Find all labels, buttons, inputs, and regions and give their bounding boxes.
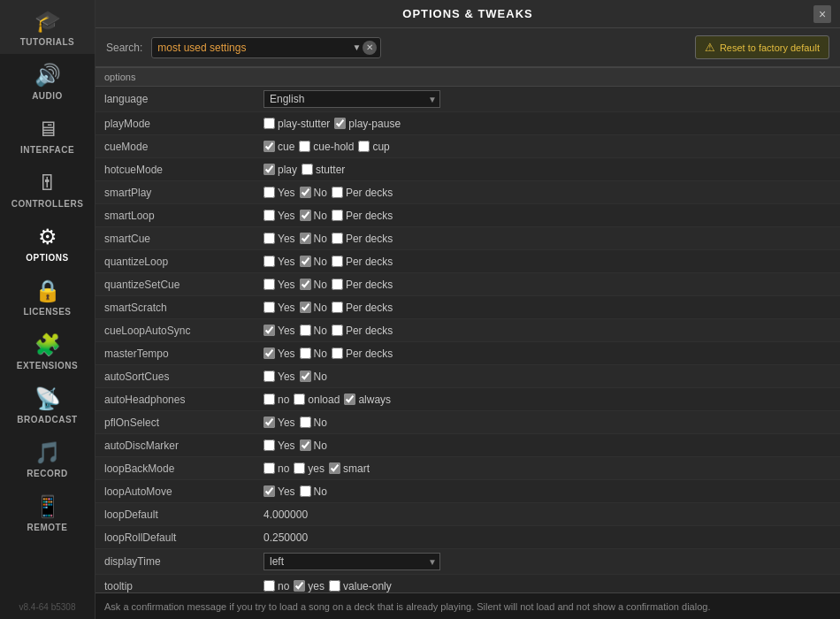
checkbox-autoHeadphones-1[interactable] [294, 394, 305, 405]
checkbox-loopBackMode-0[interactable] [263, 462, 275, 474]
checkbox-tooltip-1[interactable] [294, 580, 305, 592]
checkbox-label-pflOnSelect-0[interactable]: Yes [263, 416, 295, 429]
checkbox-cueMode-1[interactable] [299, 141, 310, 152]
checkbox-smartPlay-0[interactable] [263, 187, 275, 198]
sidebar-item-controllers[interactable]: 🎚 CONTROLLERS [0, 162, 95, 216]
checkbox-label-cueMode-1[interactable]: cue-hold [299, 141, 354, 153]
checkbox-playMode-1[interactable] [334, 118, 346, 129]
checkbox-smartLoop-1[interactable] [300, 210, 311, 221]
checkbox-quantizeLoop-2[interactable] [332, 256, 343, 267]
sidebar-item-interface[interactable]: 🖥 INTERFACE [0, 108, 95, 162]
checkbox-label-smartLoop-0[interactable]: Yes [263, 210, 295, 222]
close-button[interactable]: × [813, 5, 831, 23]
checkbox-label-autoSortCues-0[interactable]: Yes [263, 371, 295, 383]
checkbox-smartLoop-0[interactable] [263, 210, 275, 221]
checkbox-label-loopBackMode-0[interactable]: no [263, 462, 289, 475]
checkbox-cueMode-0[interactable] [263, 141, 275, 152]
sidebar-item-extensions[interactable]: 🧩 EXTENSIONS [0, 324, 95, 378]
checkbox-label-tooltip-1[interactable]: yes [294, 580, 325, 592]
checkbox-quantizeLoop-0[interactable] [263, 256, 275, 267]
checkbox-loopAutoMove-0[interactable] [263, 485, 275, 497]
checkbox-label-smartCue-1[interactable]: No [300, 233, 327, 245]
sidebar-item-broadcast[interactable]: 📡 BROADCAST [0, 378, 95, 432]
checkbox-label-loopAutoMove-1[interactable]: No [300, 485, 327, 498]
checkbox-smartCue-1[interactable] [300, 233, 311, 244]
checkbox-label-smartLoop-1[interactable]: No [300, 210, 327, 222]
checkbox-autoSortCues-0[interactable] [263, 371, 275, 382]
checkbox-hotcueMode-1[interactable] [302, 164, 313, 175]
checkbox-autoHeadphones-0[interactable] [263, 394, 275, 405]
checkbox-label-masterTempo-0[interactable]: Yes [263, 348, 295, 360]
sidebar-item-licenses[interactable]: 🔒 LICENSES [0, 270, 95, 324]
checkbox-label-quantizeLoop-1[interactable]: No [300, 256, 327, 268]
checkbox-smartScratch-0[interactable] [263, 302, 275, 313]
checkbox-label-masterTempo-2[interactable]: Per decks [332, 348, 393, 360]
select-displayTime[interactable]: leftrightcenter [263, 553, 440, 570]
checkbox-masterTempo-1[interactable] [300, 348, 311, 359]
checkbox-label-playMode-1[interactable]: play-pause [334, 118, 401, 130]
checkbox-label-smartCue-2[interactable]: Per decks [332, 233, 393, 245]
checkbox-label-cueLoopAutoSync-1[interactable]: No [300, 325, 327, 337]
checkbox-smartScratch-1[interactable] [300, 302, 311, 313]
search-dropdown-button[interactable]: ▼ [350, 42, 363, 52]
checkbox-label-quantizeLoop-2[interactable]: Per decks [332, 256, 393, 268]
checkbox-label-autoHeadphones-1[interactable]: onload [294, 394, 340, 406]
checkbox-label-smartScratch-1[interactable]: No [300, 302, 327, 314]
checkbox-autoHeadphones-2[interactable] [344, 394, 355, 405]
checkbox-label-smartScratch-0[interactable]: Yes [263, 302, 295, 314]
checkbox-autoDiscMarker-0[interactable] [263, 439, 275, 451]
checkbox-smartCue-0[interactable] [263, 233, 275, 244]
select-language[interactable]: EnglishFrenchGermanSpanish [263, 90, 440, 108]
checkbox-quantizeSetCue-1[interactable] [300, 279, 311, 290]
checkbox-label-hotcueMode-1[interactable]: stutter [302, 164, 345, 176]
reset-factory-button[interactable]: ⚠ Reset to factory default [695, 35, 829, 59]
checkbox-label-hotcueMode-0[interactable]: play [263, 164, 297, 176]
checkbox-label-cueMode-0[interactable]: cue [263, 141, 294, 153]
checkbox-label-tooltip-2[interactable]: value-only [329, 580, 392, 592]
checkbox-loopBackMode-2[interactable] [329, 462, 340, 474]
checkbox-label-quantizeLoop-0[interactable]: Yes [263, 256, 295, 268]
checkbox-label-cueLoopAutoSync-2[interactable]: Per decks [332, 325, 393, 337]
sidebar-item-tutorials[interactable]: 🎓 TUTORIALS [0, 0, 95, 54]
checkbox-tooltip-2[interactable] [329, 580, 340, 592]
checkbox-label-quantizeSetCue-0[interactable]: Yes [263, 279, 295, 291]
checkbox-label-tooltip-0[interactable]: no [263, 580, 289, 592]
checkbox-label-cueLoopAutoSync-0[interactable]: Yes [263, 325, 295, 337]
checkbox-label-autoSortCues-1[interactable]: No [300, 371, 327, 383]
checkbox-label-quantizeSetCue-2[interactable]: Per decks [332, 279, 393, 291]
checkbox-quantizeSetCue-2[interactable] [332, 279, 343, 290]
checkbox-label-pflOnSelect-1[interactable]: No [300, 416, 327, 429]
checkbox-smartPlay-1[interactable] [300, 187, 311, 198]
checkbox-cueLoopAutoSync-0[interactable] [263, 325, 275, 336]
search-input[interactable] [156, 40, 350, 56]
checkbox-masterTempo-0[interactable] [263, 348, 275, 359]
checkbox-smartLoop-2[interactable] [332, 210, 343, 221]
sidebar-item-remote[interactable]: 📱 REMOTE [0, 485, 95, 539]
checkbox-label-autoDiscMarker-1[interactable]: No [300, 439, 327, 452]
checkbox-label-loopBackMode-1[interactable]: yes [294, 462, 325, 475]
checkbox-label-loopAutoMove-0[interactable]: Yes [263, 485, 295, 498]
sidebar-item-record[interactable]: 🎵 RECORD [0, 432, 95, 485]
checkbox-masterTempo-2[interactable] [332, 348, 343, 359]
checkbox-label-autoDiscMarker-0[interactable]: Yes [263, 439, 295, 452]
checkbox-hotcueMode-0[interactable] [263, 164, 275, 175]
checkbox-label-smartScratch-2[interactable]: Per decks [332, 302, 393, 314]
checkbox-smartCue-2[interactable] [332, 233, 343, 244]
checkbox-label-autoHeadphones-0[interactable]: no [263, 394, 289, 406]
checkbox-label-smartPlay-2[interactable]: Per decks [332, 187, 393, 199]
checkbox-label-smartLoop-2[interactable]: Per decks [332, 210, 393, 222]
checkbox-label-smartCue-0[interactable]: Yes [263, 233, 295, 245]
checkbox-label-loopBackMode-2[interactable]: smart [329, 462, 370, 475]
sidebar-item-options[interactable]: ⚙ OPTIONS [0, 216, 95, 270]
checkbox-smartScratch-2[interactable] [332, 302, 343, 313]
checkbox-label-masterTempo-1[interactable]: No [300, 348, 327, 360]
checkbox-cueLoopAutoSync-1[interactable] [300, 325, 311, 336]
checkbox-autoDiscMarker-1[interactable] [300, 439, 311, 451]
checkbox-playMode-0[interactable] [263, 118, 275, 129]
checkbox-label-cueMode-2[interactable]: cup [358, 141, 389, 153]
checkbox-loopAutoMove-1[interactable] [300, 485, 311, 497]
checkbox-smartPlay-2[interactable] [332, 187, 343, 198]
checkbox-cueMode-2[interactable] [358, 141, 370, 152]
checkbox-loopBackMode-1[interactable] [294, 462, 305, 474]
checkbox-tooltip-0[interactable] [263, 580, 275, 592]
